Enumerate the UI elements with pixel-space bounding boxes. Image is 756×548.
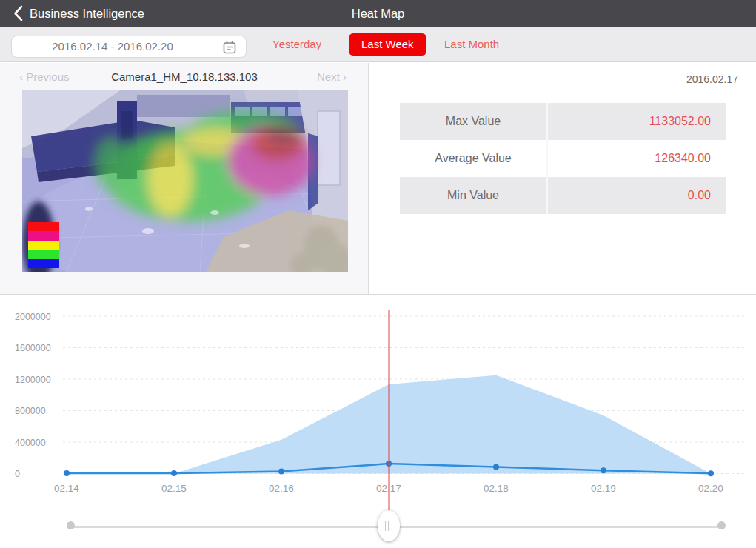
data-point (601, 467, 606, 473)
back-chevron-icon (13, 5, 23, 21)
data-point (64, 470, 70, 476)
data-point (493, 464, 499, 470)
x-tick-label: 02.19 (591, 483, 616, 494)
preset-last-week-button[interactable]: Last Week (349, 33, 426, 56)
x-tick-label: 02.14 (54, 483, 79, 494)
y-tick-label: 1200000 (15, 375, 51, 385)
camera-navigation: ‹ Previous Camera1_HM_10.18.133.103 Next… (0, 67, 369, 87)
next-camera-button[interactable]: Next › (317, 67, 347, 87)
data-point (278, 469, 284, 475)
selected-date-label: 2016.02.17 (686, 73, 738, 85)
max-value-label: Max Value (400, 103, 548, 140)
date-range-field[interactable]: 2016.02.14 - 2016.02.20 (11, 36, 247, 58)
x-tick-label: 02.18 (484, 483, 509, 494)
statistics-table: Max Value 1133052.00 Average Value 12634… (400, 103, 726, 214)
back-button[interactable] (7, 4, 28, 23)
table-row-min: Min Value 0.00 (400, 177, 726, 214)
max-value: 1133052.00 (548, 103, 724, 140)
camera-name: Camera1_HM_10.18.133.103 (0, 67, 369, 87)
page-title: Business Intelligence (30, 0, 144, 27)
top-navigation-bar: Business Intelligence Heat Map (0, 0, 756, 27)
slider-right-endpoint (717, 521, 726, 529)
y-tick-label: 1600000 (15, 343, 51, 353)
x-tick-label: 02.16 (269, 483, 294, 494)
table-row-average: Average Value 126340.00 (400, 140, 726, 177)
y-tick-label: 400000 (15, 438, 46, 448)
trend-chart-panel: 040000080000012000001600000200000002.140… (0, 294, 756, 548)
date-range-value: 2016.02.14 - 2016.02.20 (12, 36, 213, 57)
heatmap-scene (22, 90, 348, 272)
data-point (171, 470, 177, 476)
heatmap-legend (28, 222, 59, 268)
content-row: ‹ Previous Camera1_HM_10.18.133.103 Next… (0, 63, 756, 294)
time-slider-thumb[interactable] (378, 510, 400, 541)
x-tick-label: 02.20 (698, 483, 723, 494)
filter-toolbar: 2016.02.14 - 2016.02.20 Yesterday Last W… (0, 27, 756, 62)
preset-last-month-button[interactable]: Last Month (444, 27, 499, 62)
average-value-label: Average Value (400, 140, 548, 177)
trend-chart: 040000080000012000001600000200000002.140… (0, 295, 756, 548)
y-tick-label: 0 (15, 469, 20, 479)
heatmap-camera-image (22, 90, 348, 272)
y-tick-label: 2000000 (15, 312, 51, 322)
min-value: 0.00 (548, 177, 724, 214)
x-tick-label: 02.15 (161, 483, 187, 494)
table-row-max: Max Value 1133052.00 (400, 103, 726, 140)
preset-yesterday-button[interactable]: Yesterday (272, 27, 321, 62)
statistics-panel: 2016.02.17 Max Value 1133052.00 Average … (369, 63, 756, 294)
average-value: 126340.00 (548, 140, 724, 177)
x-tick-label: 02.17 (376, 483, 401, 494)
data-point (708, 470, 714, 476)
camera-panel: ‹ Previous Camera1_HM_10.18.133.103 Next… (0, 63, 369, 294)
min-value-label: Min Value (400, 177, 548, 214)
y-tick-label: 800000 (15, 406, 46, 416)
calendar-icon (222, 40, 237, 58)
slider-left-endpoint (67, 521, 75, 529)
